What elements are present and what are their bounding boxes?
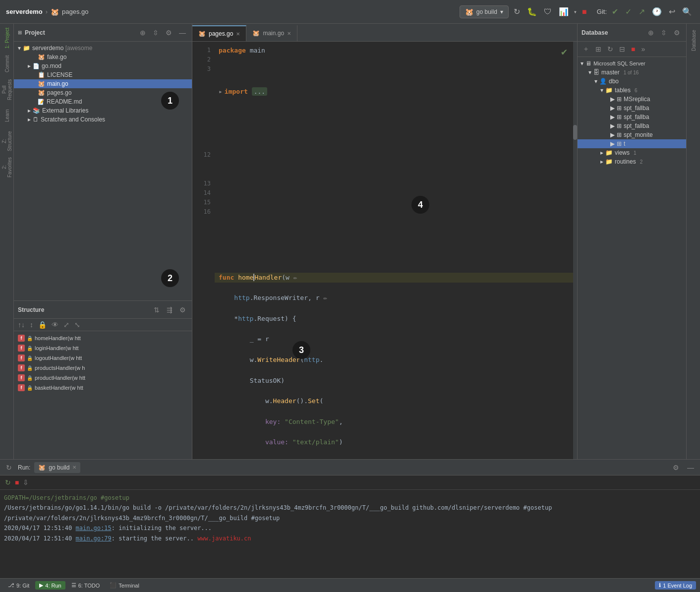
rerun-button[interactable]: ↻	[3, 476, 13, 488]
structure-settings-button[interactable]: ⚙	[177, 305, 188, 315]
run-config-button[interactable]: 🐹 go build ▾	[460, 5, 509, 18]
close-panel-button[interactable]: —	[177, 28, 188, 38]
top-bar: serverdemo › 🐹 pages.go 🐹 go build ▾ ↻ 🐛…	[0, 0, 700, 24]
scroll-to-button[interactable]: ⇳	[151, 28, 161, 38]
project-name[interactable]: serverdemo	[6, 8, 43, 15]
db-item-views[interactable]: ▸ 📁 views 1	[578, 148, 686, 157]
log-red-link[interactable]: www.javatiku.cn	[197, 535, 251, 542]
db-filter-button[interactable]: ⊟	[617, 44, 627, 54]
stop-button[interactable]: ■	[580, 5, 589, 18]
run-minimize-button[interactable]: —	[685, 462, 696, 474]
db-item-routines[interactable]: ▸ 📁 routines 2	[578, 157, 686, 166]
db-item-spt-monite[interactable]: ▶ ⊞ spt_monite	[578, 130, 686, 139]
sidebar-item-commit[interactable]: Commit	[1, 52, 13, 76]
code-editor[interactable]: package main ▸import ... 💡 func homeHand…	[215, 42, 577, 459]
eye-btn[interactable]: 👁	[50, 320, 60, 330]
sort-btn-1[interactable]: ↑↓	[16, 320, 27, 330]
db-item-master[interactable]: ▾ 🗄 master 1 of 16	[578, 68, 686, 77]
run-scroll-btn[interactable]: ⇩	[21, 476, 31, 488]
search-button[interactable]: 🔍	[680, 5, 694, 18]
log-link-main15[interactable]: main.go:15	[76, 525, 112, 532]
debug-button[interactable]: 🐛	[525, 5, 539, 18]
tree-item-pages-go[interactable]: 🐹 pages.go	[14, 88, 192, 97]
db-item-t[interactable]: ▶ ⊞ t	[578, 139, 686, 148]
dropdown-btn[interactable]: ▾	[574, 8, 577, 15]
db-item-msreplica[interactable]: ▶ ⊞ MSreplica	[578, 95, 686, 104]
db-options-button[interactable]: ⚙	[672, 28, 682, 38]
db-item-spt2[interactable]: ▶ ⊞ spt_fallba	[578, 113, 686, 121]
tree-item-ext-libs[interactable]: ▸ 📚 External Libraries	[14, 106, 192, 115]
coverage-button[interactable]: 🛡	[542, 5, 554, 18]
tree-item-main-go[interactable]: 🐹 main.go	[14, 79, 192, 88]
structure-item-homehandler[interactable]: f 🔒 homeHandler(w htt	[14, 333, 192, 343]
db-item-tables[interactable]: ▾ 📁 tables 6	[578, 86, 686, 95]
db-item-dbo[interactable]: ▾ 👤 dbo	[578, 77, 686, 86]
sort-alpha-button[interactable]: ⇅	[152, 305, 162, 315]
sidebar-item-project[interactable]: 1: Project	[1, 26, 13, 51]
tab-pages-go[interactable]: 🐹 pages.go ✕	[192, 25, 246, 41]
db-copy-button[interactable]: ⊞	[593, 44, 603, 54]
structure-item-baskethandler[interactable]: f 🔒 basketHandler(w htt	[14, 383, 192, 393]
collapse-btn[interactable]: ⤡	[72, 320, 82, 330]
run-settings-button[interactable]: ⚙	[671, 462, 681, 474]
run-restart-button[interactable]: ↻	[4, 462, 14, 474]
tab-main-go[interactable]: 🐹 main.go ✕	[246, 25, 297, 41]
db-refresh-button[interactable]: ↻	[605, 44, 615, 54]
sidebar-item-pull-requests[interactable]: Pull Requests	[1, 77, 13, 102]
sidebar-right-database[interactable]: Database	[688, 26, 700, 56]
git-rollback-button[interactable]: ↩	[667, 5, 677, 18]
tab-close-icon[interactable]: ✕	[236, 31, 240, 37]
structure-item-logouthandler[interactable]: f 🔒 logoutHandler(w htt	[14, 353, 192, 363]
structure-item-productshandler[interactable]: f 🔒 productsHandler(w h	[14, 363, 192, 373]
db-settings-button[interactable]: ⇳	[659, 28, 669, 38]
run-label: Run:	[18, 464, 30, 471]
log-link-main79[interactable]: main.go:79	[76, 535, 112, 542]
structure-item-producthandler[interactable]: f 🔒 productHandler(w htt	[14, 373, 192, 383]
db-more-button[interactable]: »	[639, 44, 647, 54]
sidebar-item-favorites[interactable]: 2: Favorites	[1, 155, 13, 179]
status-todo[interactable]: ☰ 6: TODO	[67, 581, 104, 590]
sort-btn-2[interactable]: ↕	[28, 320, 35, 330]
db-add-button[interactable]: ＋	[581, 44, 591, 55]
tree-root[interactable]: ▾ 📁 serverdemo [awesome	[14, 44, 192, 53]
git-history-button[interactable]: 🕐	[650, 5, 664, 18]
structure-item-loginhandler[interactable]: f 🔒 loginHandler(w htt	[14, 343, 192, 353]
scrollbar-thumb[interactable]	[573, 125, 577, 140]
status-event-log[interactable]: ℹ 1 Event Log	[655, 581, 696, 590]
git-tick-button[interactable]: ✓	[623, 5, 634, 18]
git-push-button[interactable]: ↗	[637, 5, 647, 18]
tree-item-fake-go[interactable]: 🐹 fake.go	[14, 53, 192, 61]
db-item-spt3[interactable]: ▶ ⊞ spt_fallba	[578, 121, 686, 130]
refresh-button[interactable]: ↻	[512, 5, 522, 18]
tree-item-scratches[interactable]: ▸ 🗒 Scratches and Consoles	[14, 115, 192, 124]
tree-item-readme[interactable]: 📝 README.md	[14, 97, 192, 106]
add-datasource-button[interactable]: ⊕	[646, 28, 656, 38]
profile-button[interactable]: 📊	[557, 5, 571, 18]
lock-btn[interactable]: 🔒	[36, 320, 49, 330]
add-scope-button[interactable]: ⊕	[138, 28, 148, 38]
table-icon2: ⊞	[617, 122, 622, 129]
sort-type-button[interactable]: ⇶	[165, 305, 175, 315]
db-item-spt1[interactable]: ▶ ⊞ spt_fallba	[578, 104, 686, 113]
run-tab[interactable]: 🐹 go build ✕	[34, 462, 80, 473]
sidebar-item-learn[interactable]: Learn	[1, 103, 13, 128]
editor-content[interactable]: 1 2 3 12 13 14 15 16 package ma	[192, 42, 577, 459]
git-checkmark-button[interactable]: ✔	[610, 5, 620, 18]
status-terminal[interactable]: ⬛ Terminal	[106, 581, 143, 590]
scrollbar[interactable]	[573, 42, 577, 459]
status-git[interactable]: ⎇ 9: Git	[4, 581, 33, 590]
tree-item-go-mod[interactable]: ▸ 📄 go.mod	[14, 61, 192, 70]
run-tab-close-icon[interactable]: ✕	[72, 465, 76, 470]
db-item-server[interactable]: ▾ 🖥 Microsoft SQL Server	[578, 59, 686, 68]
sidebar-item-structure[interactable]: Z: Structure	[1, 129, 13, 154]
status-run[interactable]: ▶ 4: Run	[35, 581, 65, 590]
function-icon: f	[18, 345, 25, 352]
run-stop-button[interactable]: ■	[13, 476, 21, 488]
table-icon2: ⊞	[617, 96, 622, 103]
expand-btn[interactable]: ⤢	[61, 320, 71, 330]
tree-item-license[interactable]: 📋 LICENSE	[14, 70, 192, 79]
db-stop-button[interactable]: ■	[629, 44, 637, 54]
settings-button[interactable]: ⚙	[164, 28, 174, 38]
tab-close-icon[interactable]: ✕	[287, 31, 291, 36]
run-play-icon: ▶	[39, 582, 43, 589]
